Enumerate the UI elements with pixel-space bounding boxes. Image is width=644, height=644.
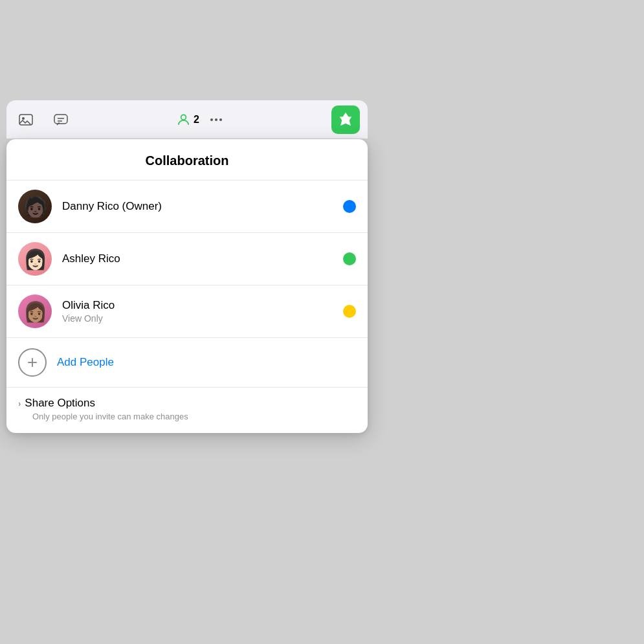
person-name-ashley: Ashley Rico	[62, 252, 343, 265]
share-options-row[interactable]: › Share Options Only people you invite c…	[6, 388, 368, 433]
people-count: 2	[194, 114, 199, 126]
collaboration-panel: Collaboration 🧑🏿 Danny Rico (Owner) 👩🏻 A…	[6, 139, 368, 433]
svg-rect-0	[19, 115, 32, 125]
person-info-olivia: Olivia Rico View Only	[62, 299, 343, 324]
person-row-olivia[interactable]: 👩🏽 Olivia Rico View Only	[6, 285, 368, 338]
add-people-circle-icon	[18, 348, 47, 377]
toolbar-center: 2	[176, 108, 228, 131]
panel-title: Collaboration	[6, 139, 368, 181]
svg-point-1	[22, 117, 25, 120]
photo-icon-button[interactable]	[14, 108, 38, 131]
svg-rect-2	[54, 115, 67, 124]
share-options-title-row: › Share Options	[18, 397, 356, 410]
status-dot-ashley	[343, 252, 356, 265]
person-row-danny[interactable]: 🧑🏿 Danny Rico (Owner)	[6, 181, 368, 233]
add-people-row[interactable]: Add People	[6, 338, 368, 388]
add-people-label: Add People	[57, 356, 114, 369]
status-dot-danny	[343, 200, 356, 213]
avatar-danny: 🧑🏿	[18, 190, 52, 223]
person-name-danny: Danny Rico (Owner)	[62, 200, 343, 213]
people-icon-button[interactable]: 2	[176, 108, 199, 131]
svg-point-8	[219, 118, 222, 121]
person-row-ashley[interactable]: 👩🏻 Ashley Rico	[6, 233, 368, 285]
share-options-label: Share Options	[25, 397, 95, 410]
person-info-ashley: Ashley Rico	[62, 252, 343, 265]
status-dot-olivia	[343, 305, 356, 318]
avatar-ashley: 👩🏻	[18, 242, 52, 276]
collab-active-button[interactable]	[331, 105, 360, 134]
toolbar-right	[331, 105, 360, 134]
person-name-olivia: Olivia Rico	[62, 299, 343, 312]
person-info-danny: Danny Rico (Owner)	[62, 200, 343, 213]
svg-point-7	[215, 118, 217, 121]
toolbar: 2	[6, 100, 368, 139]
svg-point-6	[210, 118, 213, 121]
message-icon-button[interactable]	[49, 108, 72, 131]
more-icon-button[interactable]	[205, 108, 228, 131]
svg-point-5	[181, 115, 186, 120]
person-sub-olivia: View Only	[62, 313, 343, 324]
share-options-sub: Only people you invite can make changes	[32, 412, 356, 421]
share-options-chevron-icon: ›	[18, 399, 21, 408]
toolbar-left	[14, 108, 72, 131]
avatar-olivia: 👩🏽	[18, 294, 52, 328]
